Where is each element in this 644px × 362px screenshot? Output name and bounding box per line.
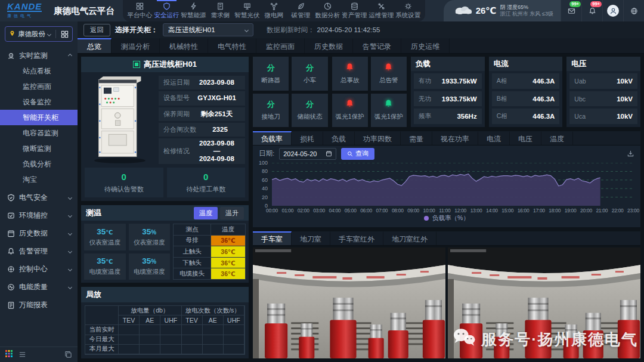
camera-frame-right[interactable] [448, 247, 640, 358]
main-tab-4[interactable]: 监控画面 [256, 38, 305, 53]
nav-item-2[interactable]: 智慧能源 [180, 0, 207, 21]
date-label: 日期: [259, 149, 274, 158]
field-value: GYJXG-H01 [193, 94, 240, 102]
thermal-value: 35% [142, 256, 156, 265]
thermal-toggle-1[interactable]: 温升 [220, 207, 244, 219]
camera-frames: 服务号·扬州康德电气 [253, 246, 640, 358]
sidebar-section-1[interactable]: 电气安全 [0, 190, 78, 205]
chart-tab-7[interactable]: 电压 [510, 131, 541, 145]
nav-item-5[interactable]: 微电网 [261, 0, 287, 21]
weather-condition: 阴 湿度65% [500, 4, 553, 11]
camera-tab-0[interactable]: 手车室 [253, 231, 292, 245]
org-grid-icon[interactable] [61, 30, 69, 38]
back-button[interactable]: 返回 [83, 24, 110, 36]
chart-tab-3[interactable]: 功率因数 [355, 131, 401, 145]
settings-globe-button[interactable] [623, 0, 644, 21]
thermal-label: 电缆室湿度 [134, 268, 165, 276]
main-tab-7[interactable]: 历史运维 [401, 38, 450, 53]
camera-tab-1[interactable]: 地刀室 [292, 231, 330, 245]
main-tab-1[interactable]: 测温分析 [112, 38, 160, 53]
main-tab-2[interactable]: 机械特性 [160, 38, 208, 53]
nav-item-9[interactable]: 运维管理 [368, 0, 395, 21]
main-tab-0[interactable]: 总览 [78, 38, 112, 53]
chart-tab-1[interactable]: 损耗 [292, 131, 323, 145]
sidebar-section-5[interactable]: 控制中心 [0, 261, 78, 277]
date-picker[interactable] [279, 148, 336, 160]
thermal-toggle-0[interactable]: 温度 [194, 207, 218, 219]
nav-item-4[interactable]: 智慧光伏 [234, 0, 261, 21]
pd-value [140, 335, 160, 345]
query-button[interactable]: 查询 [341, 148, 374, 160]
main-tab-3[interactable]: 电气特性 [208, 38, 256, 53]
copy-icon[interactable] [64, 351, 72, 358]
nav-item-10[interactable]: 系统设置 [395, 0, 422, 21]
sidebar-section-2[interactable]: 环境辅控 [0, 208, 78, 223]
metric-value: 10kV [617, 95, 633, 103]
weather-widget: 26℃ 阴 湿度65% 浙江 杭州市 东风 ≤3级 [444, 0, 561, 21]
metric-row-1: 无功1933.75kW [414, 91, 482, 107]
menu-list-icon[interactable] [18, 351, 26, 358]
user-avatar-button[interactable] [602, 0, 623, 21]
chart-legend[interactable]: 负载率（%） [253, 214, 640, 222]
chart-tab-4[interactable]: 需量 [401, 131, 432, 145]
x-tick-label: 20:00 [580, 208, 592, 214]
messages-button[interactable]: 99+ [561, 0, 581, 21]
org-selector[interactable]: 康德股份 [5, 26, 73, 42]
date-input[interactable] [283, 150, 323, 157]
sidebar-item-7[interactable]: 淘宝 [0, 172, 78, 187]
app-header: KANDE 康德电气 康德电气云平台 平台中心安全运行智慧能源需求侧智慧光伏微电… [0, 0, 644, 21]
thermal-point: 电缆接头 [174, 268, 211, 279]
nav-item-0[interactable]: 平台中心 [126, 0, 153, 21]
chart-tab-8[interactable]: 温度 [541, 131, 573, 145]
chart-tab-6[interactable]: 电流 [478, 131, 510, 145]
switch-cell-2: 分接地刀 [253, 94, 289, 128]
sidebar-section-7[interactable]: 万能报表 [0, 297, 78, 313]
metric-value: 10kV [617, 113, 633, 120]
sidebar-item-1[interactable]: 监控画面 [0, 79, 78, 94]
chart-tab-2[interactable]: 负载 [323, 131, 355, 145]
camera-frame-left[interactable] [253, 247, 445, 358]
nav-item-1[interactable]: 安全运行 [153, 0, 180, 21]
history-icon [7, 230, 15, 237]
sidebar-item-3[interactable]: 智能开关柜 [0, 110, 78, 125]
download-icon[interactable] [627, 150, 634, 157]
sidebar-section-3[interactable]: 历史数据 [0, 225, 78, 241]
status-panel: 分断路器分小车分接地刀分储能状态 总事故总告警弧光1保护弧光1保护 [253, 57, 407, 127]
counter-0: 0待确认告警数 [85, 168, 163, 197]
sidebar-item-0[interactable]: 站点看板 [0, 63, 78, 79]
sidebar-section-4[interactable]: 告警管理 [0, 243, 78, 259]
chart-tab-0[interactable]: 负载率 [253, 131, 292, 145]
apps-grid-icon[interactable] [5, 350, 13, 359]
field-label: 检修情况 [163, 147, 190, 156]
equipment-counters: 0待确认告警数0待处理工单数 [81, 168, 249, 201]
nav-item-7[interactable]: 数据分析 [314, 0, 341, 21]
sidebar-item-2[interactable]: 设备监控 [0, 94, 78, 110]
pd-corner [85, 306, 119, 325]
x-tick-label: 15:00 [501, 208, 513, 214]
sidebar-item-5[interactable]: 微断监测 [0, 141, 78, 156]
sidebar-section-0[interactable]: 实时监测 [0, 48, 78, 63]
nav-item-label: 安全运行 [154, 11, 179, 20]
thermal-label: 仪表室温度 [89, 239, 121, 247]
sidebar-section-6[interactable]: 电能质量 [0, 279, 78, 295]
equipment-field-2: 保养周期剩余251天 [159, 107, 245, 121]
alerts-button[interactable]: 99+ [581, 0, 602, 21]
x-tick-label: 22:00 [612, 208, 624, 214]
camera-tab-3[interactable]: 地刀室红外 [383, 231, 436, 245]
sidebar-item-4[interactable]: 电容器监测 [0, 125, 78, 141]
pd-value [160, 335, 181, 345]
camera-tab-2[interactable]: 手车室红外 [330, 231, 383, 245]
switchgear-select[interactable]: 高压进线柜H01 [163, 23, 253, 36]
main-tab-6[interactable]: 告警记录 [353, 38, 401, 53]
nav-item-3[interactable]: 需求侧 [207, 0, 234, 21]
nav-item-6[interactable]: 碳管理 [287, 0, 314, 21]
pd-row-header-1: 今日最大 [85, 335, 119, 345]
chart-tab-5[interactable]: 视在功率 [432, 131, 478, 145]
search-icon [347, 151, 353, 157]
main-tab-5[interactable]: 历史数据 [305, 38, 353, 53]
thermal-toggle: 温度温升 [194, 207, 244, 219]
sidebar-item-6[interactable]: 负载分析 [0, 156, 78, 172]
nav-item-8[interactable]: 资产管理 [341, 0, 368, 21]
chevron-down-icon [68, 249, 72, 253]
nav-item-label: 需求侧 [211, 11, 230, 20]
